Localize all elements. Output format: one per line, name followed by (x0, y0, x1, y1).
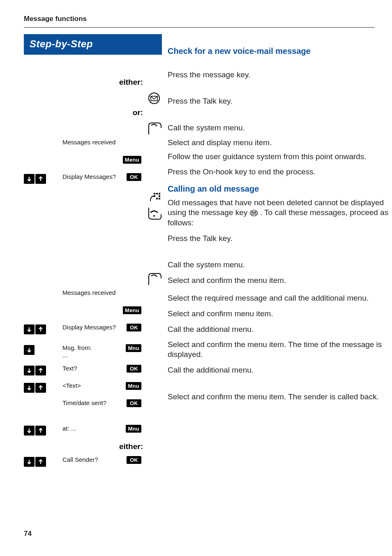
ok-softkey-3[interactable]: OK (127, 365, 141, 373)
text-placeholder-label: <Text> (62, 382, 120, 389)
step-text: Call the system menu. (168, 260, 392, 270)
on-hook-key-icon (146, 207, 162, 220)
arrow-down-icon[interactable] (24, 457, 35, 467)
svg-rect-4 (156, 193, 158, 195)
ok-softkey-2[interactable]: OK (127, 324, 141, 331)
arrow-up-icon[interactable] (35, 457, 46, 467)
arrow-up-icon[interactable] (35, 324, 46, 334)
either-label-1: either: (24, 78, 162, 87)
svg-rect-7 (159, 195, 160, 197)
header-divider (24, 27, 375, 28)
step-text: Follow the user guidance system from thi… (168, 152, 392, 162)
arrow-up-icon[interactable] (35, 383, 46, 393)
mnu-softkey-3[interactable]: Mnu (126, 425, 141, 433)
step-text: Call the system menu. (168, 123, 392, 133)
menu-softkey-2[interactable]: Menu (123, 306, 141, 314)
step-text: Select and confirm the menu item. The se… (168, 392, 392, 402)
or-label-1: or: (24, 108, 162, 117)
svg-point-11 (250, 210, 258, 216)
heading-calling-old: Calling an old message (168, 184, 392, 194)
envelope-inline-icon (250, 209, 258, 219)
arrow-down-icon[interactable] (24, 324, 35, 334)
messages-received-label-1: Messages received (62, 139, 120, 146)
section-title: Message functions (24, 15, 375, 23)
arrow-down-icon[interactable] (24, 366, 35, 375)
system-guidance-icon (146, 190, 162, 204)
svg-rect-6 (154, 195, 155, 197)
arrow-up-icon[interactable] (35, 426, 46, 436)
either-label-2: either: (24, 442, 162, 451)
arrow-down-icon[interactable] (24, 174, 35, 184)
step-text: Select and confirm the menu item. The ti… (168, 340, 392, 360)
step-text: Select and confirm the menu item. (168, 276, 392, 285)
time-date-label: Time/date sent? (62, 399, 120, 407)
arrow-up-icon[interactable] (35, 174, 46, 184)
arrow-down-icon[interactable] (24, 383, 35, 393)
svg-rect-5 (159, 193, 160, 195)
mnu-softkey-1[interactable]: Mnu (126, 344, 141, 352)
page-number: 74 (24, 530, 32, 538)
step-text: Call the additional menu. (168, 324, 392, 334)
msg-from-label: Msg. from: ... (62, 344, 120, 359)
envelope-icon (146, 92, 162, 105)
step-text: Select and display menu item. (168, 138, 392, 148)
step-text: Select and confirm menu item. (168, 309, 392, 319)
step-text: Select the required message and call the… (168, 293, 392, 303)
call-sender-label: Call Sender? (62, 456, 120, 463)
arrow-down-icon[interactable] (24, 345, 35, 355)
svg-rect-8 (156, 198, 158, 199)
at-label: at: ... (62, 425, 120, 432)
step-by-step-banner: Step-by-Step (24, 34, 162, 55)
svg-point-10 (153, 215, 155, 217)
arrow-up-icon[interactable] (35, 366, 46, 375)
svg-rect-9 (159, 198, 160, 199)
messages-received-label-2: Messages received (62, 289, 120, 297)
heading-check-voicemail: Check for a new voice-mail message (168, 46, 392, 56)
display-messages-label-2: Display Messages? (62, 324, 120, 331)
step-text: Press the Talk key. (168, 234, 392, 243)
svg-rect-3 (154, 193, 155, 195)
paragraph-old-messages: Old messages that have not been deleted … (168, 198, 392, 228)
svg-point-0 (149, 93, 159, 104)
talk-key-icon (146, 122, 162, 135)
step-text: Call the additional menu. (168, 365, 392, 375)
display-messages-label-1: Display Messages? (62, 173, 120, 181)
text-q-label: Text? (62, 365, 120, 372)
step-text: Press the Talk key. (168, 96, 392, 106)
mnu-softkey-2[interactable]: Mnu (126, 382, 141, 390)
menu-softkey-1[interactable]: Menu (123, 156, 141, 164)
ok-softkey-5[interactable]: OK (127, 456, 141, 464)
talk-key-icon-2 (146, 273, 162, 286)
ok-softkey-4[interactable]: OK (127, 399, 141, 407)
arrow-down-icon[interactable] (24, 426, 35, 436)
ok-softkey-1[interactable]: OK (127, 173, 141, 181)
step-text: Press the message key. (168, 70, 392, 80)
step-text: Press the On-hook key to end the process… (168, 167, 392, 177)
